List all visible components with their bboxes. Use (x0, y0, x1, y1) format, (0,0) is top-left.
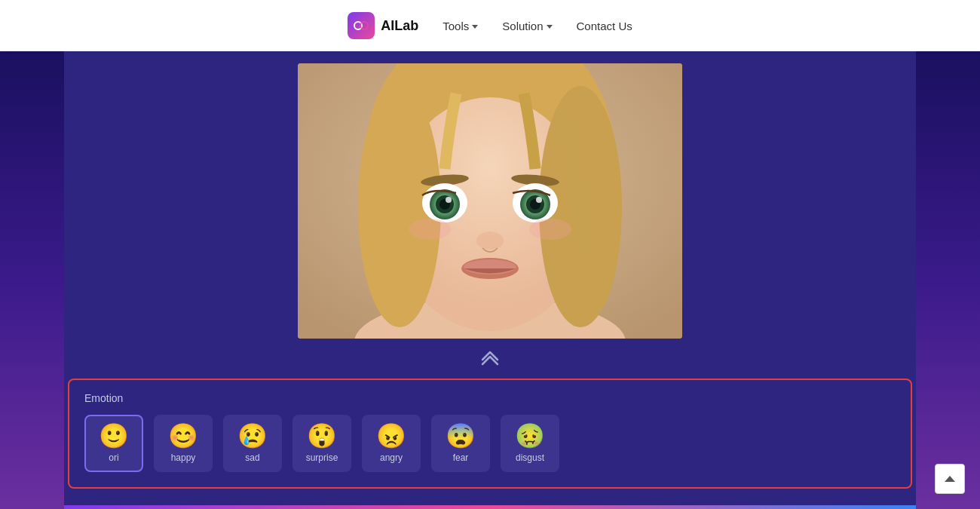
tools-label: Tools (443, 20, 469, 32)
emotion-btn-fear[interactable]: 😨 fear (431, 415, 490, 472)
emotion-name-ori: ori (109, 452, 118, 463)
emotion-name-fear: fear (453, 452, 469, 463)
tools-nav-link[interactable]: Tools (443, 20, 478, 32)
emotion-name-angry: angry (380, 452, 403, 463)
collapse-arrow[interactable] (479, 349, 501, 368)
emotion-emoji-sad: 😢 (237, 424, 268, 448)
svg-point-19 (446, 197, 452, 203)
emotion-btn-disgust[interactable]: 🤢 disgust (501, 415, 559, 472)
svg-point-24 (409, 219, 451, 240)
emotion-name-surprise: surprise (306, 452, 338, 463)
emotion-emoji-disgust: 🤢 (515, 424, 545, 448)
left-sidebar (0, 51, 64, 509)
emotion-btn-surprise[interactable]: 😲 surprise (292, 415, 351, 472)
logo-icon (348, 12, 375, 39)
right-sidebar (916, 51, 980, 509)
emotion-btn-ori[interactable]: 🙂 ori (84, 415, 143, 472)
emotion-btn-happy[interactable]: 😊 happy (154, 415, 213, 472)
svg-point-20 (536, 197, 542, 203)
emotion-emoji-surprise: 😲 (307, 424, 337, 448)
tools-chevron-icon (472, 25, 478, 29)
contact-nav-link[interactable]: Contact Us (577, 20, 632, 32)
center-panel: Emotion 🙂 ori 😊 happy 😢 sad 😲 surprise 😠… (64, 51, 916, 509)
bottom-bar (64, 505, 916, 509)
emotion-panel: Emotion 🙂 ori 😊 happy 😢 sad 😲 surprise 😠… (68, 379, 912, 489)
emotion-buttons: 🙂 ori 😊 happy 😢 sad 😲 surprise 😠 angry 😨… (84, 415, 896, 472)
emotion-btn-sad[interactable]: 😢 sad (223, 415, 282, 472)
emotion-label: Emotion (84, 392, 896, 404)
svg-point-25 (529, 219, 571, 240)
emotion-emoji-fear: 😨 (446, 424, 476, 448)
main-content: Emotion 🙂 ori 😊 happy 😢 sad 😲 surprise 😠… (0, 51, 980, 509)
svg-point-21 (476, 232, 504, 250)
scroll-up-icon (945, 476, 955, 482)
emotion-emoji-angry: 😠 (376, 424, 406, 448)
logo-link[interactable]: AILab (348, 12, 418, 39)
emotion-name-disgust: disgust (516, 452, 544, 463)
navbar: AILab Tools Solution Contact Us (0, 0, 980, 51)
face-image (298, 63, 682, 339)
solution-label: Solution (502, 20, 543, 32)
solution-chevron-icon (547, 25, 553, 29)
emotion-name-sad: sad (245, 452, 259, 463)
contact-label: Contact Us (577, 20, 632, 32)
emotion-emoji-happy: 😊 (168, 424, 198, 448)
emotion-btn-angry[interactable]: 😠 angry (362, 415, 421, 472)
scroll-up-button[interactable] (935, 464, 965, 494)
emotion-name-happy: happy (171, 452, 196, 463)
logo-text: AILab (381, 18, 418, 34)
emotion-emoji-ori: 🙂 (99, 424, 129, 448)
solution-nav-link[interactable]: Solution (502, 20, 552, 32)
